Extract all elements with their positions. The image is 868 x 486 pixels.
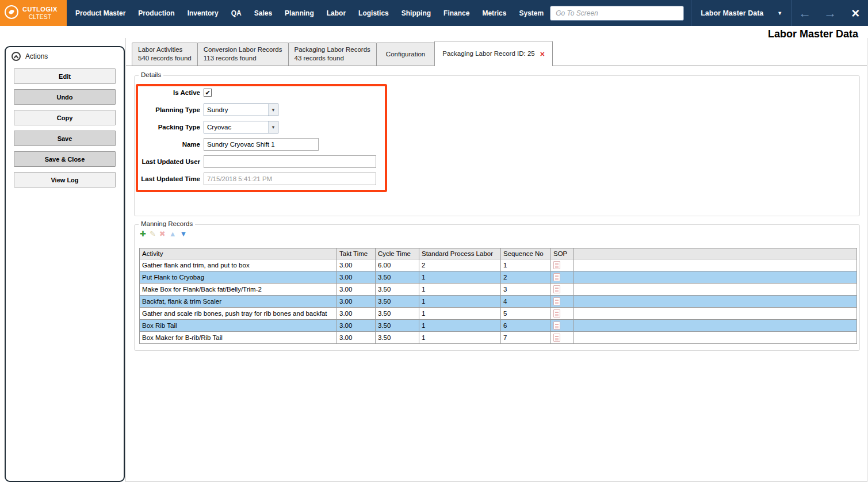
- menu-item-qa[interactable]: QA: [225, 0, 248, 26]
- cell-cycle: 3.50: [376, 271, 419, 284]
- chevron-down-icon: ▾: [268, 104, 278, 116]
- tab-strip: Labor Activities540 records foundConvers…: [126, 38, 867, 66]
- menu-item-inventory[interactable]: Inventory: [181, 0, 225, 26]
- menu-item-sales[interactable]: Sales: [248, 0, 278, 26]
- menu-item-logistics[interactable]: Logistics: [352, 0, 395, 26]
- name-input[interactable]: [204, 138, 319, 151]
- table-header-row: ActivityTakt TimeCycle TimeStandard Proc…: [140, 248, 857, 259]
- cell-sop: [551, 259, 574, 271]
- tab-subtitle: 43 records found: [295, 54, 370, 63]
- menu-item-shipping[interactable]: Shipping: [395, 0, 437, 26]
- cell-filler: [574, 271, 857, 284]
- cell-spl: 1: [419, 284, 501, 296]
- cell-activity: Gather flank and trim, and put to box: [140, 259, 337, 271]
- screen-selector-dropdown[interactable]: Labor Master Data ▼: [691, 0, 791, 26]
- cell-takt: 3.00: [337, 332, 376, 344]
- undo-button[interactable]: Undo: [14, 89, 116, 105]
- column-header-takt-time[interactable]: Takt Time: [337, 248, 376, 259]
- back-icon[interactable]: ←: [792, 0, 817, 26]
- column-header-cycle-time[interactable]: Cycle Time: [376, 248, 419, 259]
- column-header-standard-process-labor[interactable]: Standard Process Labor: [419, 248, 501, 259]
- column-header-sequence-no[interactable]: Sequence No: [501, 248, 551, 259]
- add-icon[interactable]: ✚: [140, 230, 146, 238]
- tab-title: Labor Activities: [138, 45, 192, 54]
- cell-filler: [574, 320, 857, 332]
- menu-item-labor[interactable]: Labor: [320, 0, 352, 26]
- copy-button[interactable]: Copy: [14, 110, 116, 125]
- move-up-icon[interactable]: ▲: [169, 230, 177, 238]
- cell-activity: Backfat, flank & trim Scaler: [140, 296, 337, 308]
- table-row[interactable]: Gather and scale rib bones, push tray fo…: [140, 308, 857, 320]
- move-down-icon[interactable]: ▼: [180, 230, 188, 238]
- go-to-screen-input[interactable]: [550, 6, 684, 21]
- menu-item-product-master[interactable]: Product Master: [69, 0, 132, 26]
- menu-item-planning[interactable]: Planning: [278, 0, 320, 26]
- cell-seq: 6: [501, 320, 551, 332]
- manning-table: ActivityTakt TimeCycle TimeStandard Proc…: [139, 248, 857, 344]
- chevron-down-icon: ▼: [777, 10, 782, 16]
- manning-toolbar: ✚✎✖▲▼: [140, 230, 187, 238]
- table-row[interactable]: Gather flank and trim, and put to box3.0…: [140, 259, 857, 271]
- menu-item-production[interactable]: Production: [132, 0, 181, 26]
- save-close-button[interactable]: Save & Close: [14, 151, 116, 167]
- table-row[interactable]: Put Flank to Cryobag3.003.5012: [140, 271, 857, 284]
- cell-cycle: 3.50: [376, 308, 419, 320]
- pdf-icon[interactable]: [553, 297, 560, 305]
- tab-configuration[interactable]: Configuration: [376, 43, 435, 66]
- pdf-icon[interactable]: [553, 273, 560, 281]
- cell-activity: Gather and scale rib bones, push tray fo…: [140, 308, 337, 320]
- save-button[interactable]: Save: [14, 131, 116, 146]
- last-updated-user-label: Last Updated User: [138, 158, 200, 165]
- tab-labor-activities[interactable]: Labor Activities540 records found: [132, 43, 198, 66]
- cell-filler: [574, 332, 857, 344]
- forward-icon[interactable]: →: [817, 0, 843, 26]
- pdf-icon[interactable]: [553, 261, 560, 269]
- column-header-sop[interactable]: SOP: [551, 248, 574, 259]
- tab-title: Packaging Labor Records: [295, 45, 370, 54]
- table-row[interactable]: Box Rib Tail3.003.5016: [140, 320, 857, 332]
- cell-spl: 1: [419, 308, 501, 320]
- table-row[interactable]: Box Maker for B-rib/Rib Tail3.003.5017: [140, 332, 857, 344]
- table-row[interactable]: Backfat, flank & trim Scaler3.003.5014: [140, 296, 857, 308]
- delete-icon[interactable]: ✖: [159, 230, 166, 238]
- manning-records-legend: Manning Records: [139, 220, 195, 227]
- edit-icon[interactable]: ✎: [150, 230, 156, 238]
- view-log-button[interactable]: View Log: [14, 172, 116, 187]
- last-updated-time-input[interactable]: [204, 173, 376, 185]
- tab-conversion-labor-records[interactable]: Conversion Labor Records113 records foun…: [197, 43, 289, 66]
- menu-item-finance[interactable]: Finance: [437, 0, 476, 26]
- edit-button[interactable]: Edit: [14, 68, 116, 84]
- cell-takt: 3.00: [337, 320, 376, 332]
- cell-takt: 3.00: [337, 271, 376, 284]
- table-row[interactable]: Make Box for Flank/Back fat/Belly/Trim-2…: [140, 284, 857, 296]
- packing-type-select[interactable]: Cryovac ▾: [204, 121, 278, 133]
- details-legend: Details: [139, 71, 163, 78]
- cell-seq: 2: [501, 271, 551, 284]
- pdf-icon[interactable]: [553, 285, 560, 293]
- tab-packaging-labor-record-id-25[interactable]: Packaging Labor Record ID: 25×: [434, 41, 553, 66]
- pdf-icon[interactable]: [553, 322, 560, 330]
- main-menu: Product MasterProductionInventoryQASales…: [69, 0, 550, 26]
- close-tab-icon[interactable]: ×: [540, 50, 545, 58]
- cell-takt: 3.00: [337, 259, 376, 271]
- cell-sop: [551, 308, 574, 320]
- collapse-panel-icon[interactable]: [12, 52, 21, 61]
- column-header-activity[interactable]: Activity: [140, 248, 337, 259]
- last-updated-time-label: Last Updated Time: [138, 175, 200, 182]
- actions-panel: Actions EditUndoCopySaveSave & CloseView…: [5, 46, 125, 482]
- is-active-checkbox[interactable]: ✔: [204, 89, 212, 97]
- menu-item-system[interactable]: System: [513, 0, 550, 26]
- tab-title: Packaging Labor Record ID: 25: [442, 49, 534, 58]
- close-screen-icon[interactable]: ×: [843, 0, 868, 26]
- cell-seq: 4: [501, 296, 551, 308]
- pdf-icon[interactable]: [553, 309, 560, 317]
- planning-type-value: Sundry: [204, 106, 268, 113]
- menu-item-metrics[interactable]: Metrics: [476, 0, 513, 26]
- main-content: Labor Activities540 records foundConvers…: [125, 38, 867, 482]
- app-logo[interactable]: CUTLOGIX CLTEST: [0, 0, 67, 26]
- planning-type-select[interactable]: Sundry ▾: [204, 104, 278, 116]
- pdf-icon[interactable]: [553, 334, 560, 342]
- brand-environment: CLTEST: [22, 13, 58, 20]
- last-updated-user-input[interactable]: [204, 155, 376, 168]
- tab-packaging-labor-records[interactable]: Packaging Labor Records43 records found: [288, 43, 377, 66]
